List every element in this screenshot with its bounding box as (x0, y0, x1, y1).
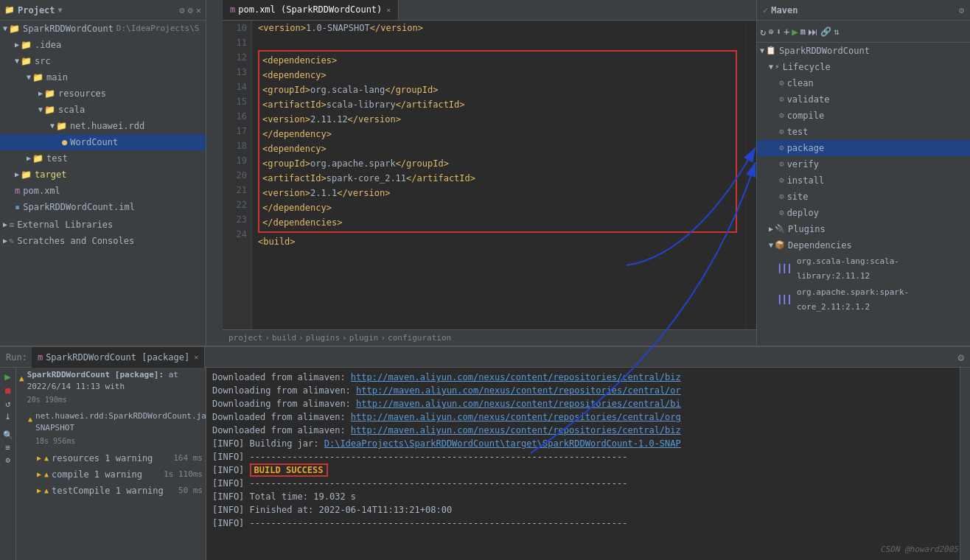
maven-verify[interactable]: ⚙ verify (757, 156, 970, 172)
breadcrumb-project[interactable]: project (228, 333, 262, 343)
maven-link-icon[interactable]: 🔗 (820, 27, 831, 37)
maven-dep-scala[interactable]: ▎▎▎ org.scala-lang:scala-library:2.11.12 (757, 253, 970, 284)
left-sidebar-icons (206, 0, 223, 346)
maven-m-icon[interactable]: m (800, 27, 806, 37)
maven-plugins-item[interactable]: ▶ 🔌 Plugins (757, 221, 970, 237)
maven-title: Maven (771, 5, 798, 15)
run-cog-icon[interactable]: ⚙ (5, 455, 10, 465)
tree-item-pomxml[interactable]: m pom.xml (0, 183, 206, 199)
run-log: Downloaded from alimaven: http://maven.a… (206, 368, 960, 560)
tree-label-extlibs: External Libraries (17, 217, 113, 232)
maven-clean-label: clean (787, 76, 814, 91)
maven-package[interactable]: ⚙ package (757, 140, 970, 156)
log-line-11: [INFO] ---------------------------------… (212, 517, 954, 530)
run-build-item[interactable]: ▲ SparkRDDWordCount [package]: at 2022/6… (16, 368, 206, 409)
maven-gear-icon[interactable]: ⚙ (959, 5, 964, 15)
tree-item-target[interactable]: ▶ 📁 target (0, 167, 206, 183)
dropdown-icon[interactable]: ▼ (58, 6, 63, 14)
tree-label-iml: SparkRDDWordCount.iml (23, 200, 135, 214)
tree-item-idea[interactable]: ▶ 📁 .idea (0, 37, 206, 53)
tree-item-scala[interactable]: ▼ 📁 scala (0, 102, 206, 118)
breadcrumb-configuration[interactable]: configuration (388, 333, 451, 343)
maven-lifecycle-item[interactable]: ▼ ⚡ Lifecycle (757, 59, 970, 75)
run-tree: ▲ SparkRDDWordCount [package]: at 2022/6… (16, 368, 206, 560)
maven-test[interactable]: ⚙ test (757, 124, 970, 140)
tree-label-src: src (35, 54, 51, 69)
run-warn-testcompile[interactable]: ▶ ▲ testCompile 1 warning 50 ms (16, 483, 206, 499)
log-line-7: [INFO] BUILD SUCCESS (212, 463, 954, 477)
breadcrumb-plugin[interactable]: plugin (349, 333, 379, 343)
tree-item-iml[interactable]: ▪ SparkRDDWordCount.iml (0, 199, 206, 215)
maven-validate[interactable]: ⚙ validate (757, 91, 970, 108)
run-layout-icon[interactable]: ≡ (5, 443, 10, 452)
maven-install-label: install (787, 173, 825, 188)
maven-verify-label: verify (787, 157, 819, 172)
project-tree: ▼ 📁 SparkRDDWordCount D:\IdeaProjects\S … (0, 21, 206, 346)
breadcrumb-plugins[interactable]: plugins (306, 333, 340, 343)
project-header: 📁 Project ▼ ⚙ ⚙ ✕ (0, 0, 206, 21)
editor-scroll-indicators (746, 21, 756, 329)
tree-item-wordcount[interactable]: ● WordCount (0, 134, 206, 150)
tree-item-src[interactable]: ▼ 📁 src (0, 53, 206, 69)
tree-item-scratches[interactable]: ▶ ✎ Scratches and Consoles (0, 233, 206, 249)
log-line-8: [INFO] ---------------------------------… (212, 477, 954, 490)
settings-icon[interactable]: ⚙ (188, 5, 193, 15)
run-panel: Run: m SparkRDDWordCount [package] ✕ ⚙ ▶… (0, 346, 970, 560)
project-root-label: SparkRDDWordCount (23, 21, 114, 36)
tree-item-resources[interactable]: ▶ 📁 resources (0, 85, 206, 102)
run-label: Run: (6, 352, 27, 363)
maven-dep-spark-label: org.apache.spark:spark-core_2.11:2.1.2 (797, 285, 967, 315)
maven-lifecycle-label: Lifecycle (783, 60, 831, 74)
log-line-0: Downloaded from alimaven: http://maven.a… (212, 371, 954, 384)
maven-create-icon[interactable]: ⊕ (768, 27, 773, 37)
tab-close-icon[interactable]: ✕ (386, 6, 391, 14)
maven-deploy[interactable]: ⚙ deploy (757, 205, 970, 221)
run-scroll-icon[interactable]: ⤓ (4, 412, 11, 421)
breadcrumb-build[interactable]: build (272, 333, 296, 343)
breadcrumb-sep-4: › (380, 333, 385, 343)
gear-icon[interactable]: ⚙ (179, 5, 184, 15)
maven-clean[interactable]: ⚙ clean (757, 75, 970, 91)
maven-download-icon[interactable]: ⬇ (776, 27, 781, 37)
run-rerun-icon[interactable]: ↺ (5, 399, 10, 409)
close-panel-icon[interactable]: ✕ (196, 5, 201, 15)
maven-dependencies-item[interactable]: ▼ 📦 Dependencies (757, 237, 970, 253)
run-warn-compile-time: 1s 110ms (164, 467, 203, 482)
run-sub-item[interactable]: ▲ net.huawei.rdd:SparkRDDWordCount.jar:1… (16, 409, 206, 450)
tree-item-main[interactable]: ▼ 📁 main (0, 69, 206, 85)
run-tab-active[interactable]: m SparkRDDWordCount [package] ✕ (32, 347, 205, 368)
maven-install[interactable]: ⚙ install (757, 172, 970, 189)
code-line-24: <build> (258, 234, 740, 249)
run-tab-close-icon[interactable]: ✕ (194, 353, 198, 361)
maven-site-label: site (787, 189, 809, 204)
maven-run-icon[interactable]: ▶ (792, 26, 798, 38)
tree-label-pomxml: pom.xml (23, 183, 60, 198)
maven-refresh-icon[interactable]: ↻ (760, 26, 766, 38)
run-filter-icon[interactable]: 🔍 (3, 430, 13, 440)
run-play-icon[interactable]: ▶ (4, 371, 10, 382)
maven-dep-spark[interactable]: ▎▎▎ org.apache.spark:spark-core_2.11:2.1… (757, 284, 970, 315)
tree-item-extlibs[interactable]: ▶ ≡ External Libraries (0, 217, 206, 233)
code-line-20: <artifactId>spark-core_2.11</artifactId> (262, 171, 733, 186)
maven-site[interactable]: ⚙ site (757, 189, 970, 205)
maven-root-item[interactable]: ▼ 📋 SparkRDDWordCount (757, 43, 970, 59)
tree-item-test[interactable]: ▶ 📁 test (0, 150, 206, 167)
run-stop-icon[interactable]: ■ (5, 385, 10, 396)
run-settings-icon[interactable]: ⚙ (958, 351, 964, 363)
tree-item-root[interactable]: ▼ 📁 SparkRDDWordCount D:\IdeaProjects\S (0, 21, 206, 37)
maven-add-icon[interactable]: + (784, 26, 789, 38)
dep-box: <dependencies> <dependency> <groupId>org… (258, 50, 737, 233)
run-warn-resources[interactable]: ▶ ▲ resources 1 warning 164 ms (16, 450, 206, 466)
maven-skip-icon[interactable]: ⏭ (808, 26, 818, 38)
run-content: ▶ ■ ↺ ⤓ 🔍 ≡ ⚙ ▲ SparkRDDWordCount [packa… (0, 368, 970, 560)
maven-package-label: package (787, 141, 825, 155)
project-title: Project (18, 5, 55, 15)
maven-expand-icon[interactable]: ⇅ (834, 27, 839, 37)
run-tab-icon: m (38, 352, 43, 363)
run-warn-compile[interactable]: ▶ ▲ compile 1 warning 1s 110ms (16, 466, 206, 483)
maven-compile[interactable]: ⚙ compile (757, 108, 970, 124)
editor-tab-pomxml[interactable]: m pom.xml (SparkRDDWordCount) ✕ (223, 0, 399, 20)
tree-item-package[interactable]: ▼ 📁 net.huawei.rdd (0, 118, 206, 134)
breadcrumb: project › build › plugins › plugin › con… (223, 329, 756, 346)
maven-toolbar: ↻ ⊕ ⬇ + ▶ m ⏭ 🔗 ⇅ (757, 21, 970, 43)
